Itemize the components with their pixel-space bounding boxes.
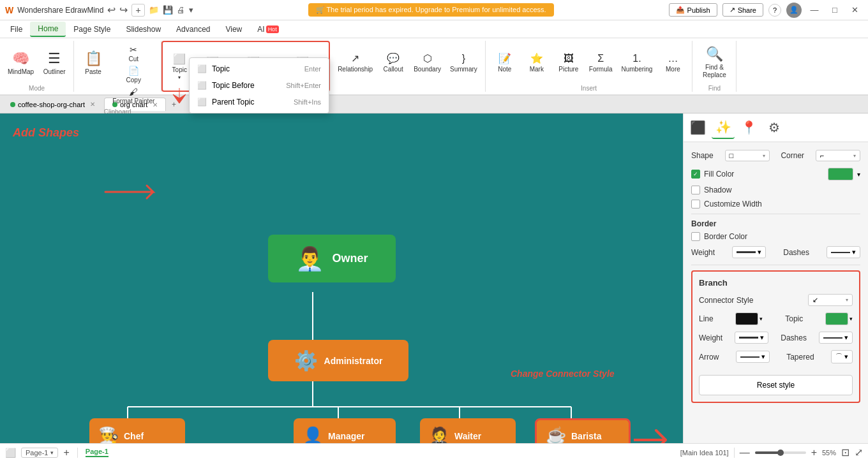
boundary-btn[interactable]: ⬡ Boundary (410, 43, 445, 82)
open-btn[interactable]: 📁 (149, 5, 159, 15)
zoom-slider-thumb[interactable] (777, 450, 784, 456)
zoom-in-btn[interactable]: + (811, 447, 817, 458)
fill-color-dropdown[interactable]: ▾ (857, 171, 860, 178)
numbering-btn[interactable]: 1. Numbering (617, 43, 656, 82)
weight-select[interactable]: ▾ (732, 246, 766, 258)
relationship-btn[interactable]: ↗ Relationship (334, 43, 377, 82)
connector-style-select[interactable]: ↙ ▾ (808, 294, 853, 306)
zoom-slider[interactable] (755, 451, 806, 454)
dashes-select[interactable]: ▾ (827, 246, 860, 258)
ribbon-group-clipboard: 📋 Paste ✂ Cut 📄 Copy 🖌 Format Painter Cl… (74, 41, 161, 92)
branch-dashes-chevron: ▾ (844, 333, 848, 342)
new-btn[interactable]: + (131, 4, 144, 17)
callout-btn[interactable]: 💬 Callout (378, 43, 408, 82)
fill-color-swatch[interactable] (828, 168, 853, 180)
mindmap-btn[interactable]: 🧠 MindMap (4, 43, 38, 82)
divider-1 (691, 214, 860, 214)
menu-view[interactable]: View (218, 22, 250, 36)
trial-message: 🛒 The trial period has expired. Upgrade … (316, 6, 546, 14)
save-btn[interactable]: 💾 (163, 5, 173, 15)
fill-color-checkbox[interactable]: ✓ (691, 170, 700, 179)
dropdown-topic-label: Topic (212, 64, 230, 73)
dropdown-topic-before[interactable]: ⬜ Topic Before Shift+Enter (190, 77, 329, 94)
status-page-btn[interactable]: Page-1 ▾ (21, 448, 58, 458)
app-logo: W (5, 5, 13, 15)
format-painter-btn[interactable]: 🖌 Format Painter (110, 85, 157, 106)
manager-node[interactable]: 👤 Manager (294, 418, 396, 443)
help-btn[interactable]: ? (768, 4, 781, 17)
arrow-select[interactable]: ▾ (736, 351, 770, 363)
panel-tabs: ⬛ ✨ 📍 ⚙ (684, 113, 868, 142)
outliner-btn[interactable]: ☰ Outliner (39, 43, 70, 82)
corner-select[interactable]: ⌐ ▾ (816, 150, 860, 161)
note-btn[interactable]: 📝 Note (490, 43, 520, 82)
ribbon-group-relationship: ↗ Relationship 💬 Callout ⬡ Boundary } Su… (330, 41, 486, 92)
barista1-icon: ☕ (546, 426, 566, 443)
tab-add-btn[interactable]: + (167, 98, 180, 111)
copy-btn[interactable]: 📄 Copy (110, 64, 157, 85)
mark-btn[interactable]: ⭐ Mark (521, 43, 552, 82)
fullscreen-btn[interactable]: ⤢ (855, 446, 863, 458)
shape-value: □ (730, 152, 734, 159)
menu-pagestyle[interactable]: Page Style (66, 22, 118, 36)
barista1-node[interactable]: ☕ Barista (535, 418, 631, 443)
menu-ai[interactable]: AI Hot (250, 22, 286, 36)
mode-buttons: 🧠 MindMap ☰ Outliner (4, 41, 70, 82)
cut-btn[interactable]: ✂ Cut (110, 43, 157, 64)
more-insert-btn[interactable]: … More (657, 43, 688, 82)
administrator-node[interactable]: ⚙️ Administrator (268, 340, 408, 381)
menu-home[interactable]: Home (30, 22, 66, 37)
status-add-page[interactable]: + (63, 447, 69, 458)
mindmap-icon: 🧠 (12, 50, 29, 67)
picture-btn[interactable]: 🖼 Picture (553, 43, 584, 82)
line-color-swatch[interactable] (735, 312, 758, 325)
barista1-label: Barista (571, 431, 601, 441)
tapered-select[interactable]: ⌒ ▾ (831, 350, 853, 363)
dropdown-topic[interactable]: ⬜ Topic Enter (190, 61, 329, 77)
branch-weight-select[interactable]: ▾ (735, 332, 768, 344)
share-btn[interactable]: ↗ Share (722, 3, 763, 17)
avatar[interactable]: 👤 (786, 3, 802, 18)
minimize-btn[interactable]: — (807, 3, 822, 18)
menu-file[interactable]: File (3, 22, 30, 36)
fit-btn[interactable]: ⊡ (841, 446, 849, 458)
panel-tab-shape[interactable]: ⬛ (686, 116, 709, 139)
border-color-checkbox[interactable] (691, 232, 700, 241)
trial-banner[interactable]: 🛒 The trial period has expired. Upgrade … (308, 3, 554, 17)
canvas[interactable]: Add Shapes 👨‍💼 Owner ⚙️ Administrator 👨‍… (0, 113, 683, 443)
maximize-btn[interactable]: □ (827, 3, 842, 18)
branch-dashes-label: Dashes (781, 333, 807, 342)
close-btn[interactable]: ✕ (848, 3, 863, 18)
reset-style-btn[interactable]: Reset style (699, 375, 853, 395)
dropdown-parent-topic[interactable]: ⬜ Parent Topic Shift+Ins (190, 94, 329, 110)
line-color-chevron[interactable]: ▾ (760, 316, 763, 322)
more-insert-icon: … (668, 53, 678, 64)
menu-advanced[interactable]: Advanced (168, 22, 218, 36)
topic-color-chevron[interactable]: ▾ (849, 316, 853, 322)
dashes-chevron: ▾ (852, 248, 856, 256)
topic-color-swatch[interactable] (825, 312, 848, 325)
owner-node[interactable]: 👨‍💼 Owner (268, 235, 396, 282)
panel-tab-style[interactable]: ✨ (712, 116, 735, 139)
shape-select[interactable]: □ ▾ (725, 150, 770, 161)
chef-node[interactable]: 👨‍🍳 Chef (89, 418, 185, 443)
copy-icon: 📄 (128, 66, 139, 76)
redo-btn[interactable]: ↪ (119, 4, 128, 16)
undo-btn[interactable]: ↩ (107, 4, 116, 16)
more-btn[interactable]: ▾ (189, 5, 193, 15)
shadow-checkbox[interactable] (691, 186, 700, 194)
print-btn[interactable]: 🖨 (177, 5, 185, 15)
publish-btn[interactable]: 📤 Publish (669, 3, 717, 17)
customize-width-checkbox[interactable] (691, 200, 700, 209)
panel-tab-settings[interactable]: ⚙ (763, 116, 786, 139)
formula-btn[interactable]: Σ Formula (585, 43, 617, 82)
waiter1-node[interactable]: 🤵 Waiter (420, 418, 516, 443)
menu-slideshow[interactable]: Slideshow (118, 22, 168, 36)
relationship-icon: ↗ (351, 52, 359, 64)
find-replace-btn[interactable]: 🔍 Find &Replace (696, 43, 732, 82)
paste-btn[interactable]: 📋 Paste (78, 43, 108, 82)
panel-tab-location[interactable]: 📍 (737, 116, 760, 139)
zoom-out-btn[interactable]: — (740, 447, 750, 458)
branch-dashes-select[interactable]: ▾ (819, 332, 853, 344)
summary-btn[interactable]: } Summary (446, 43, 481, 82)
